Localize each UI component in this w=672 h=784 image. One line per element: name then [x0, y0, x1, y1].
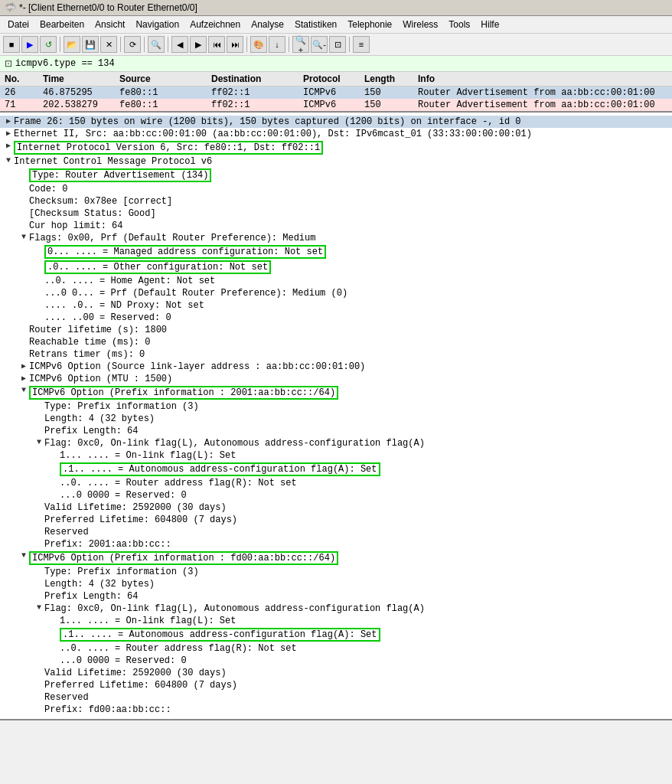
- detail-line[interactable]: ▶Length: 4 (32 bytes): [0, 578, 672, 590]
- detail-line[interactable]: ▼ICMPv6 Option (Prefix information : fd0…: [0, 550, 672, 566]
- collapse-arrow[interactable]: ▶: [6, 141, 11, 150]
- detail-line[interactable]: ▶Reserved: [0, 691, 672, 704]
- detail-line[interactable]: ▶Valid Lifetime: 2592000 (30 days): [0, 501, 672, 514]
- detail-line[interactable]: ▶..0. .... = Router address flag(R): Not…: [0, 642, 672, 655]
- detail-line[interactable]: ▶1... .... = On-link flag(L): Set: [0, 615, 672, 627]
- filter-input[interactable]: [15, 58, 667, 69]
- detail-line[interactable]: ▶Reserved: [0, 526, 672, 538]
- save-file-btn[interactable]: 💾: [82, 36, 99, 53]
- collapse-arrow[interactable]: ▶: [6, 129, 11, 138]
- zoom-fit-btn[interactable]: ⊡: [329, 36, 346, 53]
- detail-line[interactable]: ▶Ethernet II, Src: aa:bb:cc:00:01:00 (aa…: [0, 128, 672, 140]
- find-btn[interactable]: 🔍: [148, 36, 165, 53]
- jump-last-btn[interactable]: ⏭: [227, 36, 243, 53]
- menu-tools[interactable]: Tools: [444, 18, 475, 31]
- detail-line[interactable]: ▶Type: Prefix information (3): [0, 400, 672, 413]
- detail-line[interactable]: ▶ICMPv6 Option (Source link-layer addres…: [0, 361, 672, 373]
- detail-line[interactable]: ▶Frame 26: 150 bytes on wire (1200 bits)…: [0, 116, 672, 128]
- menu-statistiken[interactable]: Statistiken: [290, 18, 341, 31]
- detail-line[interactable]: ▼Flag: 0xc0, On-link flag(L), Autonomous…: [0, 437, 672, 449]
- menu-analyse[interactable]: Analyse: [246, 18, 289, 31]
- restart-capture-btn[interactable]: ↺: [40, 36, 57, 53]
- detail-line[interactable]: ▶.1.. .... = Autonomous address-configur…: [0, 627, 672, 642]
- detail-line[interactable]: ▶Type: Prefix information (3): [0, 566, 672, 578]
- detail-line[interactable]: ▶Length: 4 (32 bytes): [0, 413, 672, 425]
- detail-line[interactable]: ▶Prefix: 2001:aa:bb:cc::: [0, 538, 672, 550]
- autoscroll-btn[interactable]: ↓: [269, 36, 285, 53]
- detail-line[interactable]: ▼Internet Control Message Protocol v6: [0, 155, 672, 168]
- open-file-btn[interactable]: 📂: [64, 36, 80, 53]
- detail-line[interactable]: ▶Cur hop limit: 64: [0, 220, 672, 232]
- menu-ansicht[interactable]: Ansicht: [90, 18, 129, 31]
- detail-line[interactable]: ▶Valid Lifetime: 2592000 (30 days): [0, 667, 672, 679]
- detail-line[interactable]: ▶Reachable time (ms): 0: [0, 336, 672, 348]
- zoom-out-btn[interactable]: 🔍-: [311, 36, 328, 53]
- detail-line[interactable]: ▶.... ..00 = Reserved: 0: [0, 312, 672, 324]
- detail-line[interactable]: ▶Prefix Length: 64: [0, 425, 672, 437]
- detail-line[interactable]: ▶.... .0.. = ND Proxy: Not set: [0, 299, 672, 312]
- jump-first-btn[interactable]: ⏮: [208, 36, 225, 53]
- detail-line[interactable]: ▶Retrans timer (ms): 0: [0, 348, 672, 361]
- detail-line[interactable]: ▶Type: Router Advertisement (134): [0, 168, 672, 183]
- detail-text: Router lifetime (s): 1800: [29, 325, 167, 335]
- highlight-text: Internet Protocol Version 6, Src: fe80::…: [14, 141, 323, 155]
- menu-bearbeiten[interactable]: Bearbeiten: [35, 18, 89, 31]
- expand-arrow[interactable]: ▼: [37, 603, 41, 612]
- detail-line[interactable]: ▶...0 0... = Prf (Default Router Prefere…: [0, 287, 672, 299]
- detail-line[interactable]: ▶...0 0000 = Reserved: 0: [0, 489, 672, 501]
- detail-text: Frame 26: 150 bytes on wire (1200 bits),…: [14, 116, 521, 127]
- expand-arrow[interactable]: ▼: [21, 386, 26, 394]
- menu-wireless[interactable]: Wireless: [398, 18, 442, 31]
- menu-navigation[interactable]: Navigation: [131, 18, 184, 31]
- menu-datei[interactable]: Datei: [3, 18, 34, 31]
- toolbar: ■ ▶ ↺ 📂 💾 ✕ ⟳ 🔍 ◀ ▶ ⏮ ⏭ 🎨 ↓ 🔍+ 🔍- ⊡ ≡: [0, 34, 672, 56]
- detail-line[interactable]: ▶0... .... = Managed address configurati…: [0, 244, 672, 260]
- detail-line[interactable]: ▶Preferred Lifetime: 604800 (7 days): [0, 679, 672, 691]
- detail-line[interactable]: ▶Preferred Lifetime: 604800 (7 days): [0, 514, 672, 526]
- detail-line[interactable]: ▼Flags: 0x00, Prf (Default Router Prefer…: [0, 232, 672, 244]
- detail-text: Reserved: [44, 527, 89, 537]
- detail-line[interactable]: ▶ICMPv6 Option (MTU : 1500): [0, 373, 672, 385]
- packet-row[interactable]: 71 202.538279 fe80::1 ff02::1 ICMPv6 150…: [0, 99, 672, 111]
- zoom-in-btn[interactable]: 🔍+: [292, 36, 309, 53]
- detail-line[interactable]: ▶Checksum: 0x78ee [correct]: [0, 195, 672, 207]
- detail-line[interactable]: ▶Internet Protocol Version 6, Src: fe80:…: [0, 140, 672, 155]
- detail-line[interactable]: ▶Router lifetime (s): 1800: [0, 324, 672, 336]
- expand-arrow[interactable]: ▼: [6, 156, 11, 165]
- highlight-text: Type: Router Advertisement (134): [29, 168, 211, 182]
- start-capture-btn[interactable]: ▶: [21, 36, 38, 53]
- expand-arrow[interactable]: ▼: [37, 438, 41, 446]
- collapse-arrow[interactable]: ▶: [21, 361, 26, 371]
- detail-line[interactable]: ▶Prefix Length: 64: [0, 590, 672, 603]
- detail-line[interactable]: ▼ICMPv6 Option (Prefix information : 200…: [0, 385, 672, 400]
- detail-line[interactable]: ▶Code: 0: [0, 183, 672, 195]
- close-file-btn[interactable]: ✕: [100, 36, 117, 53]
- reload-btn[interactable]: ⟳: [124, 36, 141, 53]
- detail-line[interactable]: ▶..0. .... = Router address flag(R): Not…: [0, 477, 672, 489]
- detail-text: Type: Prefix information (3): [44, 567, 199, 577]
- detail-line[interactable]: ▶.1.. .... = Autonomous address-configur…: [0, 462, 672, 477]
- menu-telephonie[interactable]: Telephonie: [343, 18, 396, 31]
- collapse-arrow[interactable]: ▶: [21, 374, 26, 383]
- filter-label: ⊡: [5, 58, 12, 69]
- menu-hilfe[interactable]: Hilfe: [476, 18, 504, 31]
- packet-row[interactable]: 26 46.875295 fe80::1 ff02::1 ICMPv6 150 …: [0, 87, 672, 99]
- detail-line[interactable]: ▶.0.. .... = Other configuration: Not se…: [0, 260, 672, 275]
- detail-line[interactable]: ▼Flag: 0xc0, On-link flag(L), Autonomous…: [0, 603, 672, 615]
- detail-line[interactable]: ▶..0. .... = Home Agent: Not set: [0, 275, 672, 287]
- back-btn[interactable]: ◀: [171, 36, 188, 53]
- detail-line[interactable]: ▶...0 0000 = Reserved: 0: [0, 655, 672, 667]
- colorize-btn[interactable]: 🎨: [250, 36, 267, 53]
- expand-arrow[interactable]: ▼: [21, 233, 26, 241]
- detail-line[interactable]: ▶1... .... = On-link flag(L): Set: [0, 449, 672, 462]
- legend-btn[interactable]: ≡: [353, 36, 370, 53]
- detail-line[interactable]: ▶Prefix: fd00:aa:bb:cc::: [0, 704, 672, 716]
- detail-pane: ▶Frame 26: 150 bytes on wire (1200 bits)…: [0, 113, 672, 720]
- detail-text: Prefix Length: 64: [44, 426, 138, 436]
- forward-btn[interactable]: ▶: [190, 36, 207, 53]
- menu-aufzeichnen[interactable]: Aufzeichnen: [185, 18, 245, 31]
- detail-line[interactable]: ▶[Checksum Status: Good]: [0, 207, 672, 220]
- collapse-arrow[interactable]: ▶: [6, 116, 11, 126]
- stop-capture-btn[interactable]: ■: [3, 36, 20, 53]
- expand-arrow[interactable]: ▼: [21, 551, 26, 560]
